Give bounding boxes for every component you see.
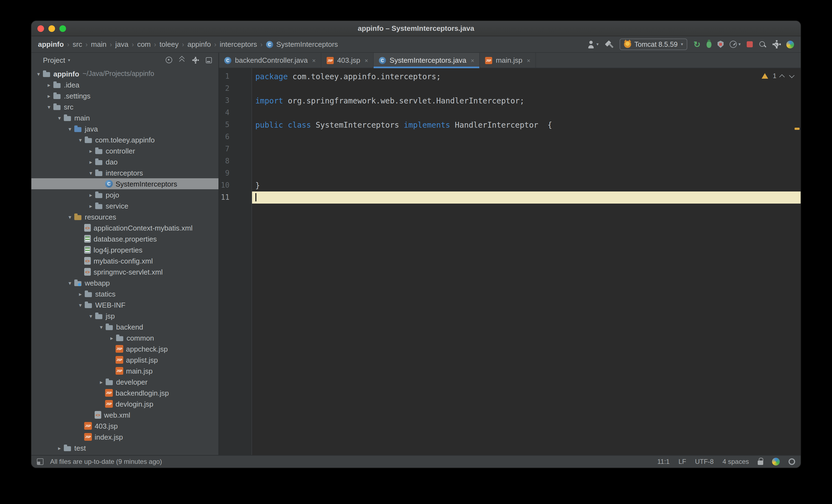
tree-row[interactable]: springmvc-servlet.xml bbox=[31, 266, 218, 277]
tree-row[interactable]: applicationContext-mybatis.xml bbox=[31, 222, 218, 233]
project-tree[interactable]: ▾appinfo~/Java/Projects/appinfo▸.idea▸.s… bbox=[31, 67, 218, 455]
close-window-button[interactable] bbox=[37, 25, 44, 32]
tree-row[interactable]: ▸service bbox=[31, 200, 218, 211]
coverage-button[interactable] bbox=[718, 41, 724, 48]
editor-tab[interactable]: backendController.java× bbox=[219, 53, 321, 68]
minimize-window-button[interactable] bbox=[48, 25, 55, 32]
tree-row[interactable]: web.xml bbox=[31, 409, 218, 420]
run-configuration-select[interactable]: Tomcat 8.5.59 ▾ bbox=[620, 38, 687, 50]
tree-row[interactable]: ▸statics bbox=[31, 288, 218, 299]
tree-row[interactable]: mybatis-config.xml bbox=[31, 255, 218, 266]
user-account-icon[interactable]: ▾ bbox=[587, 41, 599, 48]
code-line[interactable]: } bbox=[252, 179, 801, 191]
tree-row[interactable]: ▸test bbox=[31, 442, 218, 453]
tree-row[interactable]: ▾WEB-INF bbox=[31, 299, 218, 310]
editor-tab[interactable]: 403.jsp× bbox=[321, 53, 374, 68]
editor[interactable]: 1234567891011 package com.toleey.appinfo… bbox=[219, 68, 801, 455]
debug-button[interactable] bbox=[706, 41, 711, 48]
tree-row[interactable]: backendlogin.jsp bbox=[31, 387, 218, 398]
breadcrumb-item[interactable]: main bbox=[91, 40, 106, 48]
code-area[interactable]: package com.toleey.appinfo.interceptors;… bbox=[252, 68, 801, 455]
pane-settings-icon[interactable] bbox=[192, 57, 198, 63]
breadcrumb-item[interactable]: java bbox=[115, 40, 129, 48]
tree-row[interactable]: ▾interceptors bbox=[31, 167, 218, 178]
close-icon[interactable]: × bbox=[471, 57, 474, 63]
profiler-button[interactable]: ▾ bbox=[730, 41, 740, 48]
tree-row[interactable]: ▸.settings bbox=[31, 90, 218, 101]
tree-row[interactable]: SystemInterceptors bbox=[31, 178, 218, 189]
code-line[interactable] bbox=[252, 155, 801, 167]
chevron-expanded-icon[interactable]: ▾ bbox=[77, 137, 84, 143]
chevron-expanded-icon[interactable]: ▾ bbox=[98, 324, 105, 330]
quick-access-button[interactable] bbox=[786, 41, 794, 48]
tree-row[interactable]: ▾webapp bbox=[31, 277, 218, 288]
tree-row[interactable]: 403.jsp bbox=[31, 420, 218, 431]
tree-row[interactable]: ▾java bbox=[31, 123, 218, 134]
close-icon[interactable]: × bbox=[527, 57, 530, 63]
tree-row[interactable]: index.jsp bbox=[31, 431, 218, 442]
hide-panel-icon[interactable] bbox=[206, 57, 212, 63]
tree-row[interactable]: ▾appinfo~/Java/Projects/appinfo bbox=[31, 68, 218, 79]
tree-row[interactable]: main.jsp bbox=[31, 365, 218, 376]
close-icon[interactable]: × bbox=[312, 57, 316, 63]
code-line[interactable]: public class SystemInterceptors implemen… bbox=[252, 119, 801, 131]
chevron-collapsed-icon[interactable]: ▸ bbox=[87, 192, 94, 198]
breadcrumb-item[interactable]: SystemInterceptors bbox=[266, 40, 338, 48]
status-message[interactable]: All files are up-to-date (9 minutes ago) bbox=[50, 458, 162, 466]
notifications-icon[interactable] bbox=[788, 458, 795, 465]
code-line[interactable] bbox=[252, 143, 801, 155]
zoom-window-button[interactable] bbox=[59, 25, 66, 32]
chevron-expanded-icon[interactable]: ▾ bbox=[67, 214, 73, 220]
readonly-lock-icon[interactable] bbox=[758, 460, 763, 465]
code-line[interactable] bbox=[252, 167, 801, 179]
line-separator[interactable]: LF bbox=[678, 458, 686, 466]
tree-row[interactable]: ▸common bbox=[31, 332, 218, 343]
breadcrumb-item[interactable]: src bbox=[73, 40, 82, 48]
warning-stripe-mark[interactable] bbox=[795, 128, 800, 130]
editor-gutter[interactable]: 1234567891011 bbox=[219, 68, 252, 455]
chevron-collapsed-icon[interactable]: ▸ bbox=[46, 82, 52, 88]
indent-info[interactable]: 4 spaces bbox=[723, 458, 749, 466]
tree-row[interactable]: ▸controller bbox=[31, 145, 218, 156]
chevron-expanded-icon[interactable]: ▾ bbox=[67, 280, 73, 286]
breadcrumb-item[interactable]: interceptors bbox=[220, 40, 257, 48]
caret-position[interactable]: 11:1 bbox=[657, 458, 670, 466]
chevron-expanded-icon[interactable]: ▾ bbox=[35, 71, 42, 77]
tree-row[interactable]: ▾backend bbox=[31, 321, 218, 332]
file-encoding[interactable]: UTF-8 bbox=[695, 458, 714, 466]
locate-file-icon[interactable] bbox=[166, 57, 172, 63]
chevron-collapsed-icon[interactable]: ▸ bbox=[98, 379, 105, 385]
toolwindow-switcher-icon[interactable] bbox=[37, 458, 44, 465]
breadcrumb-item[interactable]: toleey bbox=[160, 40, 179, 48]
tree-row[interactable]: ▾jsp bbox=[31, 310, 218, 321]
chevron-collapsed-icon[interactable]: ▸ bbox=[87, 148, 94, 154]
code-line[interactable] bbox=[252, 131, 801, 143]
tree-row[interactable]: ▸pojo bbox=[31, 189, 218, 200]
chevron-collapsed-icon[interactable]: ▸ bbox=[108, 335, 115, 341]
editor-tab[interactable]: main.jsp× bbox=[480, 53, 536, 68]
tree-row[interactable]: ▸.idea bbox=[31, 79, 218, 90]
tree-row[interactable]: database.properties bbox=[31, 233, 218, 244]
tree-row[interactable]: appcheck.jsp bbox=[31, 343, 218, 354]
chevron-expanded-icon[interactable]: ▾ bbox=[77, 302, 84, 308]
stop-button[interactable] bbox=[747, 41, 753, 47]
code-line[interactable]: import org.springframework.web.servlet.H… bbox=[252, 95, 801, 107]
tree-row[interactable]: ▸dao bbox=[31, 156, 218, 167]
code-line[interactable] bbox=[252, 82, 801, 95]
inspections-widget[interactable]: 1 bbox=[762, 72, 793, 80]
close-icon[interactable]: × bbox=[365, 57, 368, 63]
chevron-collapsed-icon[interactable]: ▸ bbox=[87, 159, 94, 165]
tree-row[interactable]: ▾main bbox=[31, 112, 218, 123]
title-bar[interactable]: appinfo – SystemInterceptors.java bbox=[31, 21, 801, 36]
settings-button[interactable] bbox=[773, 41, 780, 48]
tree-row[interactable]: ▾com.toleey.appinfo bbox=[31, 134, 218, 145]
chevron-collapsed-icon[interactable]: ▸ bbox=[56, 445, 63, 451]
breadcrumb-item[interactable]: com bbox=[137, 40, 151, 48]
chevron-collapsed-icon[interactable]: ▸ bbox=[77, 291, 84, 297]
tree-row[interactable]: applist.jsp bbox=[31, 354, 218, 365]
code-with-me-icon[interactable] bbox=[772, 458, 780, 466]
tree-row[interactable]: log4j.properties bbox=[31, 244, 218, 255]
code-line[interactable] bbox=[252, 191, 801, 204]
breadcrumb-item[interactable]: appinfo bbox=[187, 40, 211, 48]
tree-row[interactable]: ▸developer bbox=[31, 376, 218, 387]
